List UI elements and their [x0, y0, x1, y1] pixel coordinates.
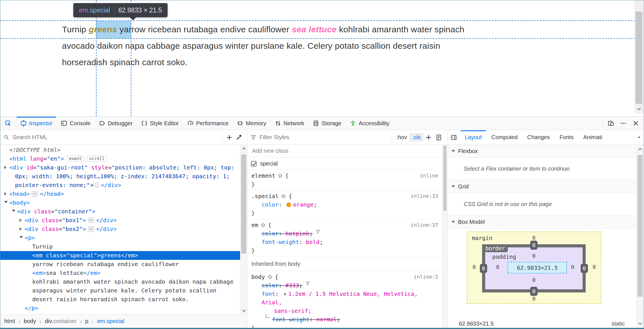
collapsed-children-ellipsis[interactable]: ⋯: [32, 191, 38, 197]
rule-source-link[interactable]: inline:37: [410, 221, 438, 229]
sidebar-toggle-icon[interactable]: [448, 130, 460, 144]
markup-row[interactable]: <head>⋯</head>: [0, 190, 240, 198]
expand-arrow-icon[interactable]: [20, 218, 22, 222]
tab-accessibility[interactable]: Accessibility: [346, 117, 394, 130]
margin-bottom-value[interactable]: 0: [530, 296, 537, 302]
tab-debugger[interactable]: Debugger: [95, 117, 137, 130]
margin-right-value[interactable]: 0: [591, 264, 598, 270]
tab-style-editor[interactable]: Style Editor: [137, 117, 183, 130]
rule-source-link[interactable]: inline: [420, 171, 438, 180]
responsive-design-mode-icon[interactable]: [605, 118, 617, 129]
selector-highlighter-icon[interactable]: [277, 173, 283, 179]
padding-left-value[interactable]: 0: [494, 264, 501, 270]
eyedropper-icon[interactable]: [234, 133, 244, 142]
close-devtools-icon[interactable]: [630, 118, 641, 129]
collapse-arrow-icon[interactable]: [12, 210, 15, 212]
css-declaration[interactable]: color: hotpink;: [247, 229, 442, 238]
box-model-content-box[interactable]: 62.9833×21.5: [508, 262, 567, 273]
markup-row[interactable]: </p>: [0, 304, 240, 313]
selector-highlighter-icon[interactable]: [260, 222, 266, 228]
layout-scrollbar-up-button[interactable]: [636, 146, 644, 153]
rules-scrollbar-thumb[interactable]: [443, 146, 446, 211]
print-media-simulation-icon[interactable]: [434, 132, 444, 143]
markup-row[interactable]: <body>: [0, 198, 240, 207]
filter-styles-input[interactable]: [259, 134, 389, 141]
markup-row[interactable]: <em>sea lettuce</em>: [0, 269, 240, 277]
collapsed-children-ellipsis[interactable]: ⋯: [88, 226, 94, 232]
rules-scrollbar[interactable]: [442, 145, 447, 329]
breadcrumb-item-body[interactable]: body: [24, 318, 36, 324]
toggle-classes-button[interactable]: .cls: [409, 133, 423, 142]
markup-row[interactable]: yarrow ricebean rutabaga endive cauliflo…: [0, 260, 240, 269]
toggle-pseudo-classes-button[interactable]: :hov: [394, 133, 409, 142]
border-top-value[interactable]: 0: [530, 241, 538, 250]
add-node-button[interactable]: [224, 133, 234, 142]
section-header-grid[interactable]: Grid: [448, 180, 636, 193]
expand-arrow-icon[interactable]: [4, 166, 7, 169]
layout-scrollbar-down-button[interactable]: [636, 319, 644, 326]
event-badge[interactable]: scroll: [87, 156, 107, 162]
color-swatch[interactable]: [286, 203, 291, 207]
meatball-menu-icon[interactable]: [618, 118, 629, 129]
markup-row[interactable]: Turnip: [0, 242, 240, 251]
add-new-class-input[interactable]: [251, 147, 438, 154]
rule-source-link[interactable]: inline:33: [410, 192, 438, 200]
margin-top-value[interactable]: 0: [530, 235, 537, 241]
add-rule-button[interactable]: [423, 132, 434, 143]
markup-scrollbar[interactable]: [240, 145, 247, 314]
overridden-filter-icon[interactable]: [316, 229, 320, 234]
css-declaration[interactable]: color: orange;: [247, 200, 442, 209]
markup-row[interactable]: <em class="special">greens</em>: [0, 251, 240, 260]
page-scrollbar[interactable]: [634, 0, 643, 114]
page-scrollbar-thumb[interactable]: [636, 12, 642, 104]
tab-performance[interactable]: Performance: [183, 117, 233, 130]
markup-row[interactable]: <html lang="en">eventscroll: [0, 154, 240, 163]
padding-bottom-value[interactable]: 0: [530, 277, 537, 283]
collapsed-children-ellipsis[interactable]: ⋯: [95, 182, 99, 188]
expand-shorthand-icon[interactable]: [284, 292, 286, 296]
selector-highlighter-icon[interactable]: [281, 194, 286, 199]
breadcrumb-item-em-special[interactable]: em.special: [97, 318, 124, 324]
search-html-input[interactable]: [12, 134, 220, 141]
collapsed-children-ellipsis[interactable]: ⋯: [88, 218, 94, 223]
expand-arrow-icon[interactable]: [20, 227, 22, 231]
padding-right-value[interactable]: 0: [569, 264, 576, 270]
sidebar-tab-animati[interactable]: Animati: [578, 130, 607, 144]
markup-row[interactable]: <p>: [0, 234, 240, 242]
node-picker-button[interactable]: [0, 117, 16, 130]
class-checkbox[interactable]: [251, 161, 256, 166]
overridden-filter-icon[interactable]: [305, 281, 310, 286]
tab-storage[interactable]: Storage: [309, 117, 346, 130]
section-header-box-model[interactable]: Box Model: [448, 216, 636, 228]
sidebar-tab-fonts[interactable]: Fonts: [555, 130, 578, 144]
rule-source-link[interactable]: inline:2: [414, 273, 438, 281]
expand-arrow-icon[interactable]: [4, 192, 7, 196]
markup-row[interactable]: <div class="box2">⋯</div>: [0, 225, 240, 234]
rule-selector-line[interactable]: body{inline:2: [247, 273, 442, 281]
rule-selector-line[interactable]: em{inline:37: [247, 221, 442, 229]
collapse-arrow-icon[interactable]: [20, 236, 23, 238]
markup-scrollbar-up-button[interactable]: [240, 145, 247, 153]
event-badge[interactable]: event: [67, 156, 84, 162]
css-declaration[interactable]: font-weight: normal;: [247, 315, 442, 324]
tab-network[interactable]: Network: [271, 117, 309, 130]
page-scrollbar-down-button[interactable]: [634, 105, 643, 112]
layout-scrollbar[interactable]: [636, 145, 644, 329]
all-tabs-dropdown-icon[interactable]: [634, 130, 644, 144]
css-declaration[interactable]: font-weight: bold;: [247, 238, 442, 246]
tab-inspector[interactable]: Inspector: [16, 117, 57, 130]
markup-row[interactable]: <!DOCTYPE html>: [0, 146, 240, 154]
rule-selector-line[interactable]: element{inline: [247, 171, 442, 180]
markup-scrollbar-thumb[interactable]: [241, 154, 246, 254]
rule-selector-line[interactable]: .special{inline:33: [247, 192, 442, 200]
border-left-value[interactable]: 0: [480, 264, 487, 273]
margin-left-value[interactable]: 0: [471, 264, 478, 270]
border-right-value[interactable]: 0: [581, 264, 588, 273]
markup-row[interactable]: kohlrabi amaranth water spinach avocado …: [0, 277, 240, 304]
padding-top-value[interactable]: 0: [530, 253, 537, 259]
sidebar-tab-computed[interactable]: Computed: [487, 130, 522, 144]
markup-row[interactable]: <div id="saka-gui-root" style="position:…: [0, 163, 240, 190]
section-header-flexbox[interactable]: Flexbox: [448, 145, 636, 158]
sidebar-tab-changes[interactable]: Changes: [522, 130, 555, 144]
sidebar-tab-layout[interactable]: Layout: [460, 130, 487, 144]
